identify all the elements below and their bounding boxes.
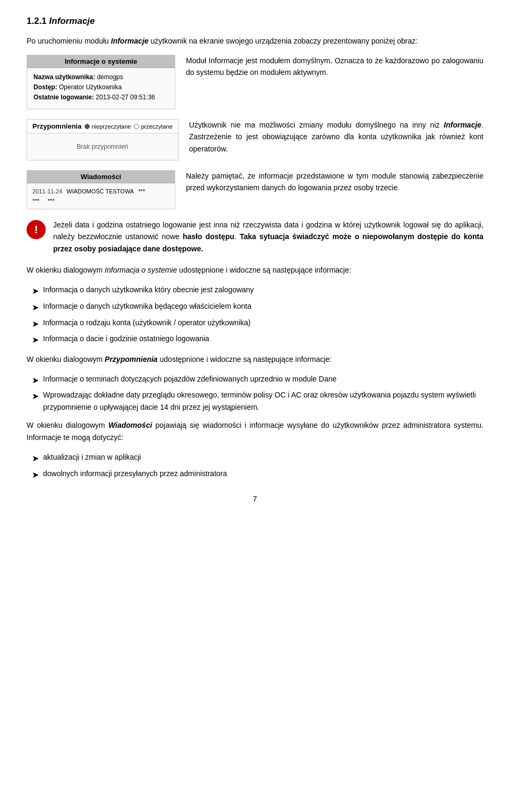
list-item-text-8: dowolnych informacji przesyłanych przez … <box>43 468 227 479</box>
list-item: ➤ Informacje o danych użytkownika będące… <box>32 300 483 315</box>
info-system-body: Nazwa użytkownika: demogps Dostęp: Opera… <box>27 68 175 109</box>
arrow-icon-8: ➤ <box>32 468 39 482</box>
list-item-text-1: Informacja o danych użytkownika który ob… <box>43 284 254 295</box>
wiadomosci-stars-3: *** <box>48 198 55 204</box>
radio-option-unread[interactable]: nieprzeczytane <box>84 123 131 130</box>
alert-text: Jeżeli data i godzina ostatniego logowan… <box>53 219 483 255</box>
info-system-box: Informacje o systemie Nazwa użytkownika:… <box>27 55 175 109</box>
przypomnienia-title: Przypomnienia <box>32 122 81 130</box>
field-access-value: Operator Użytkownika <box>59 83 122 91</box>
arrow-icon-1: ➤ <box>32 284 39 298</box>
radio-label-read: przeczytane <box>141 123 172 130</box>
wiadomosci-text-1: WIADOMOŚĆ TESTOWA <box>66 188 134 194</box>
radio-dot-read <box>134 124 139 129</box>
section-przypomnienia: Przypomnienia nieprzeczytane przeczytane… <box>27 119 483 160</box>
section3-intro: W okienku dialogowym Wiadomości pojawiaj… <box>27 419 483 444</box>
field-last-login-value: 2013-02-27 09:51:36 <box>96 94 155 101</box>
side-text-3: Należy pamiętać, że informacje przedstaw… <box>186 170 483 209</box>
intro-text-after: użytkownik na ekranie swojego urządzenia… <box>149 37 418 45</box>
list-item: ➤ Informacja o dacie i godzinie ostatnie… <box>32 333 483 347</box>
wiadomosci-date-1: 2011-11-24 <box>32 188 62 194</box>
list-item-text-3: Informacja o rodzaju konta (użytkownik /… <box>43 317 251 328</box>
przypomnienia-header: Przypomnienia nieprzeczytane przeczytane <box>27 120 178 133</box>
field-username-value: demogps <box>97 73 123 81</box>
intro-text-before: Po uruchomieniu modułu <box>27 37 111 45</box>
side-text-1: Moduł Informacje jest modułem domyślnym.… <box>186 55 483 109</box>
list-item: ➤ Informacja o danych użytkownika który … <box>32 284 483 298</box>
arrow-icon-2: ➤ <box>32 301 39 315</box>
przypomnienia-empty-text: Brak przypomnień <box>77 143 129 150</box>
info-system-title: Informacje o systemie <box>27 55 175 68</box>
field-username: Nazwa użytkownika: demogps <box>33 73 168 81</box>
wiadomosci-body: 2011-11-24 WIADOMOŚĆ TESTOWA *** *** *** <box>27 183 175 209</box>
section1-list: ➤ Informacja o danych użytkownika który … <box>32 284 483 346</box>
side-text-2: Użytkownik nie ma możliwości zmiany modu… <box>189 119 483 160</box>
alert-box: ! Jeżeli data i godzina ostatniego logow… <box>27 219 483 255</box>
przypomnienia-box: Przypomnienia nieprzeczytane przeczytane… <box>27 119 178 160</box>
field-last-login-label: Ostatnie logowanie: <box>33 94 94 101</box>
list-item: ➤ aktualizacji i zmian w aplikacji <box>32 451 483 466</box>
field-last-login: Ostatnie logowanie: 2013-02-27 09:51:36 <box>33 94 168 101</box>
list-item: ➤ Wprowadzając dokładne daty przeglądu o… <box>32 389 483 413</box>
wiadomosci-stars-2: *** <box>32 198 39 204</box>
radio-dot-unread <box>84 124 90 129</box>
list-item-text-4: Informacja o dacie i godzinie ostatniego… <box>43 333 209 344</box>
field-username-label: Nazwa użytkownika: <box>33 73 95 81</box>
wiadomosci-stars-1: *** <box>138 188 145 194</box>
radio-label-unread: nieprzeczytane <box>91 123 131 130</box>
list-item-text-5: Informacje o terminach dotyczących pojaz… <box>43 373 337 385</box>
arrow-icon-4: ➤ <box>32 333 39 347</box>
section-info-system: Informacje o systemie Nazwa użytkownika:… <box>27 55 483 109</box>
arrow-icon-7: ➤ <box>32 452 39 466</box>
list-item-text-6: Wprowadzając dokładne daty przeglądu okr… <box>43 389 483 413</box>
section-wiadomosci: Wiadomości 2011-11-24 WIADOMOŚĆ TESTOWA … <box>27 170 483 209</box>
list-item: ➤ dowolnych informacji przesyłanych prze… <box>32 468 483 482</box>
list-item-text-2: Informacje o danych użytkownika będącego… <box>43 300 251 312</box>
wiadomosci-title: Wiadomości <box>27 171 175 183</box>
page-title: 1.2.1 Informacje <box>27 16 483 27</box>
section2-list: ➤ Informacje o terminach dotyczących poj… <box>32 373 483 413</box>
wiadomosci-box: Wiadomości 2011-11-24 WIADOMOŚĆ TESTOWA … <box>27 170 175 209</box>
arrow-icon-6: ➤ <box>32 390 39 403</box>
alert-text-content: Jeżeli data i godzina ostatniego logowan… <box>53 221 483 253</box>
section1-intro: W okienku dialogowym Informacja o system… <box>27 264 483 276</box>
side-text-1-para: Moduł Informacje jest modułem domyślnym.… <box>186 55 483 79</box>
intro-bold-word: Informacje <box>111 37 149 45</box>
radio-option-read[interactable]: przeczytane <box>134 123 172 130</box>
arrow-icon-5: ➤ <box>32 374 39 387</box>
wiadomosci-row-1: 2011-11-24 WIADOMOŚĆ TESTOWA *** <box>32 187 169 196</box>
arrow-icon-3: ➤ <box>32 317 39 331</box>
title-bold: Informacje <box>49 16 95 26</box>
intro-paragraph: Po uruchomieniu modułu Informacje użytko… <box>27 35 483 47</box>
page-number: 7 <box>27 495 483 503</box>
section3-list: ➤ aktualizacji i zmian w aplikacji ➤ dow… <box>32 451 483 481</box>
list-item: ➤ Informacja o rodzaju konta (użytkownik… <box>32 317 483 331</box>
list-item: ➤ Informacje o terminach dotyczących poj… <box>32 373 483 387</box>
przypomnienia-body: Brak przypomnień <box>27 133 178 160</box>
field-access-label: Dostęp: <box>33 83 57 91</box>
section2-intro: W okienku dialogowym Przypomnienia udost… <box>27 353 483 366</box>
list-item-text-7: aktualizacji i zmian w aplikacji <box>43 451 141 463</box>
alert-icon: ! <box>27 220 46 239</box>
wiadomosci-row-2: *** *** <box>32 196 169 206</box>
field-access: Dostęp: Operator Użytkownika <box>33 83 168 91</box>
side-text-2-para: Użytkownik nie ma możliwości zmiany modu… <box>189 119 483 155</box>
side-text-3-para: Należy pamiętać, że informacje przedstaw… <box>186 170 483 194</box>
